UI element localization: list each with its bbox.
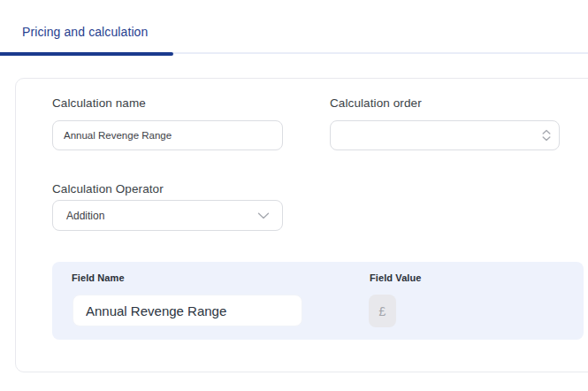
field-name-label: Field Name [72, 272, 125, 283]
pound-currency-symbol: £ [379, 304, 386, 318]
field-name-input[interactable] [73, 295, 302, 326]
calculation-order-input[interactable] [330, 120, 560, 150]
pricing-form-card: Calculation name Calculation order Calcu… [15, 78, 588, 372]
currency-prefix-box: £ [369, 295, 396, 327]
calculation-operator-value: Addition [66, 210, 257, 222]
calculation-order-field [330, 120, 560, 150]
calculation-operator-label: Calculation Operator [52, 182, 164, 196]
field-row-panel: Field Name Field Value £ [52, 262, 584, 340]
active-tab-underline [0, 52, 173, 56]
calculation-name-input[interactable] [52, 120, 283, 150]
number-stepper-icon[interactable] [541, 128, 552, 142]
tab-pricing-and-calculation[interactable]: Pricing and calculation [22, 25, 148, 39]
chevron-down-icon [257, 212, 270, 219]
calculation-name-label: Calculation name [52, 96, 146, 110]
field-value-label: Field Value [370, 272, 422, 283]
calculation-order-label: Calculation order [330, 96, 422, 110]
calculation-operator-select[interactable]: Addition [52, 200, 283, 231]
